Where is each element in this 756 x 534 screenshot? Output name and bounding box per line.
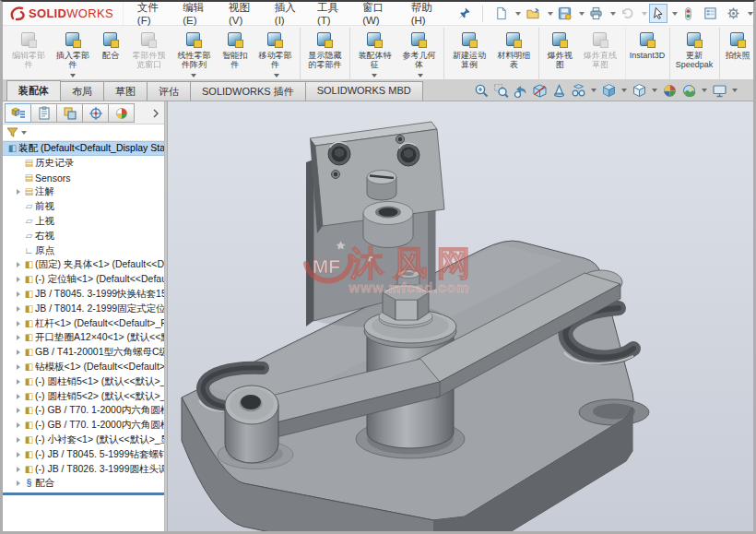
tree-item[interactable]: ∟ 原点: [12, 243, 164, 258]
expand-arrow-icon[interactable]: [14, 189, 23, 195]
tree-item[interactable]: ▱ 上视: [12, 214, 164, 229]
apply-scene-icon[interactable]: [681, 83, 697, 99]
configurationmanager-tab[interactable]: [56, 103, 83, 123]
display-style-icon[interactable]: [632, 83, 647, 99]
ribbon-button[interactable]: 线性零部件阵列: [171, 28, 217, 79]
expand-arrow-icon[interactable]: [14, 452, 23, 457]
ribbon-button[interactable]: 爆炸直线草图: [578, 28, 626, 79]
dropdown-caret-icon[interactable]: [21, 131, 27, 135]
expand-arrow-icon[interactable]: [14, 437, 23, 443]
ribbon-button[interactable]: 材料明细表: [491, 28, 539, 79]
dropdown-caret-icon[interactable]: [732, 89, 738, 92]
commandmanager-tab[interactable]: 评估: [147, 81, 191, 101]
expand-arrow-icon[interactable]: [14, 335, 23, 340]
menu-item[interactable]: 窗口(W): [354, 0, 402, 30]
tree-item[interactable]: ◧ (-) GB / T70. 1-2000内六角圆柱头螺: [12, 418, 164, 433]
tree-item[interactable]: ▱ 前视: [12, 199, 164, 214]
ribbon-button[interactable]: 插入零部件: [51, 28, 95, 79]
3d-viewport[interactable]: MF 沐风网 www.mfcad.com: [168, 101, 753, 531]
ribbon-button[interactable]: 拍快照: [722, 28, 753, 79]
options-gear-icon[interactable]: [724, 4, 743, 23]
menu-item[interactable]: 工具(T): [309, 0, 354, 30]
dropdown-caret-icon[interactable]: [652, 89, 657, 92]
menu-item[interactable]: 帮助(H): [403, 0, 449, 30]
tree-item[interactable]: ◧ (-) 定位轴<1> (Default<<Default>: [12, 272, 164, 287]
tree-item[interactable]: ◧ (-) 小衬套<1> (默认<<默认>_显示: [12, 433, 164, 447]
menu-item[interactable]: 编辑(E): [174, 0, 220, 30]
zoom-to-area-icon[interactable]: [493, 83, 509, 99]
expand-arrow-icon[interactable]: [14, 233, 23, 239]
tree-item[interactable]: ◧ (-) 圆柱销5<1> (默认<<默认>_显示: [12, 374, 164, 389]
menu-item[interactable]: 视图(V): [220, 0, 266, 30]
commandmanager-tab[interactable]: 装配体: [6, 80, 61, 101]
expand-arrow-icon[interactable]: [14, 364, 23, 370]
file-properties-icon[interactable]: [701, 4, 720, 23]
ribbon-button[interactable]: 爆炸视图: [541, 28, 578, 79]
displaymanager-tab[interactable]: [108, 103, 135, 123]
tree-item[interactable]: ▤ 注解: [12, 185, 164, 200]
pin-icon[interactable]: [455, 4, 474, 23]
ribbon-button[interactable]: 零部件预览窗口: [126, 28, 171, 79]
expand-arrow-icon[interactable]: [14, 379, 23, 385]
tree-item[interactable]: ◧ (固定) 夹具体<1> (Default<<Defau: [12, 258, 164, 273]
dropdown-caret-icon[interactable]: [621, 89, 627, 92]
ribbon-button[interactable]: 移动零部件: [253, 28, 301, 79]
tree-item[interactable]: ▤ 历史记录: [12, 156, 164, 171]
commandmanager-tab[interactable]: 草图: [103, 81, 148, 101]
commandmanager-tab[interactable]: SOLIDWORKS 插件: [190, 81, 306, 101]
expand-arrow-icon[interactable]: [14, 277, 23, 282]
model-slotted-screw[interactable]: [367, 171, 396, 201]
dropdown-caret-icon[interactable]: [591, 89, 597, 92]
tree-item[interactable]: ◧ (-) GB / T70. 1-2000内六角圆柱头螺: [12, 404, 164, 419]
ribbon-button[interactable]: 装配体特征: [352, 28, 396, 79]
expand-arrow-icon[interactable]: [14, 394, 23, 399]
dimxpertmanager-tab[interactable]: [82, 103, 109, 123]
ribbon-button[interactable]: 新建运动算例: [446, 28, 491, 79]
view-orientation-icon[interactable]: [601, 83, 617, 99]
expand-arrow-icon[interactable]: [14, 291, 23, 297]
filter-funnel-icon[interactable]: [6, 127, 18, 138]
ribbon-button[interactable]: 编辑零部件: [6, 28, 51, 79]
tree-item[interactable]: ◧ 开口垫圈A12×40<1> (默认<<默认:: [12, 331, 164, 346]
hide-show-items-icon[interactable]: [571, 83, 586, 99]
expand-arrow-icon[interactable]: [14, 204, 23, 209]
rebuild-icon[interactable]: [679, 4, 697, 24]
tree-item[interactable]: § 配合: [12, 477, 164, 492]
previous-view-icon[interactable]: [513, 83, 528, 99]
expand-arrow-icon[interactable]: [14, 175, 23, 181]
model-socket-screw-1[interactable]: [328, 142, 350, 165]
tree-item[interactable]: ◧ (-) JB / T8045. 5-1999钻套螺钉M6: [12, 447, 164, 462]
tree-item[interactable]: ◧ GB / T41-20001型六角螺母C级M12: [12, 345, 164, 360]
tree-item[interactable]: ◧ (-) 圆柱销5<2> (默认<<默认>_显示: [12, 389, 164, 404]
propertymanager-tab[interactable]: [30, 103, 57, 123]
ribbon-button[interactable]: 更新Speedpak: [672, 28, 720, 79]
ribbon-button[interactable]: 参考几何体: [396, 28, 444, 79]
expand-arrow-icon[interactable]: [14, 422, 23, 428]
expand-arrow-icon[interactable]: [14, 321, 23, 326]
tree-item[interactable]: ◧ (-) JB / T8026. 3-1999圆柱头调节支: [12, 462, 164, 477]
dynamic-annotation-views-icon[interactable]: [551, 83, 567, 99]
edit-appearance-icon[interactable]: [662, 83, 678, 99]
select-cursor-icon[interactable]: [649, 4, 667, 23]
ribbon-button[interactable]: Instant3D: [628, 28, 670, 79]
new-document-icon[interactable]: [491, 4, 511, 23]
commandmanager-tab[interactable]: SOLIDWORKS MBD: [305, 81, 423, 101]
expand-arrow-icon[interactable]: [14, 262, 23, 267]
tree-item[interactable]: ◧ JB / T8014. 2-1999固定式定位销B-: [12, 302, 164, 316]
expand-arrow-icon[interactable]: [14, 408, 23, 413]
ribbon-button[interactable]: 配合: [95, 28, 126, 79]
expand-arrow-icon[interactable]: [14, 467, 23, 472]
expand-arrow-icon[interactable]: [14, 481, 23, 486]
model-drill-bushing[interactable]: [363, 202, 413, 248]
tree-item[interactable]: ▱ 右视: [12, 229, 164, 243]
panel-split-bar[interactable]: [3, 492, 164, 495]
tree-item[interactable]: ◧ 钻模板<1> (Default<<Default>_Ph: [12, 360, 164, 374]
expand-arrow-icon[interactable]: [14, 306, 23, 312]
featuremanager-tree-tab[interactable]: [5, 103, 31, 123]
open-icon[interactable]: [523, 4, 543, 23]
menu-item[interactable]: 插入(I): [266, 0, 309, 30]
section-view-icon[interactable]: [532, 83, 548, 99]
tree-item[interactable]: ◧ 杠杆<1> (Default<<Default>_Phot: [12, 316, 164, 331]
print-icon[interactable]: [586, 4, 606, 23]
expand-arrow-icon[interactable]: [14, 160, 23, 166]
